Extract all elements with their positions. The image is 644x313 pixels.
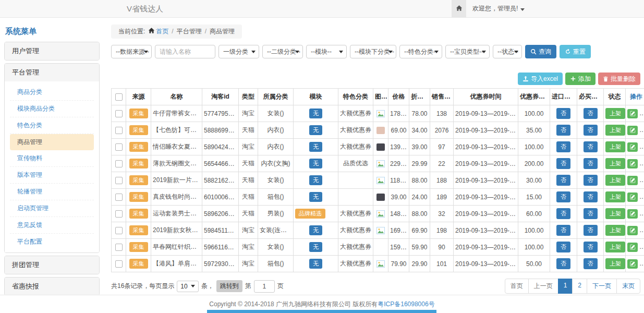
row-checkbox[interactable] — [115, 160, 123, 167]
must-buy-toggle[interactable]: 否 — [584, 258, 598, 269]
filter-select[interactable]: 一级分类 — [218, 45, 259, 58]
filter-select[interactable]: --特色分类-- — [399, 45, 442, 58]
filter-select[interactable]: --模块下分类-- — [350, 45, 396, 58]
row-checkbox[interactable] — [115, 110, 123, 117]
row-checkbox[interactable] — [115, 260, 123, 268]
sidebar-subitem[interactable]: 轮播管理 — [10, 184, 94, 200]
must-buy-toggle[interactable]: 否 — [584, 125, 598, 136]
import-select-toggle[interactable]: 否 — [556, 258, 570, 269]
edit-button[interactable] — [627, 226, 638, 235]
discount-price: 78.00 — [409, 105, 430, 122]
page-button[interactable]: 1 — [558, 279, 573, 294]
status-button[interactable]: 上架 — [605, 258, 625, 269]
column-header: 类型 — [239, 89, 258, 105]
filter-select[interactable]: --数据来源-- — [111, 45, 152, 58]
breadcrumb-home-link[interactable]: 首页 — [156, 28, 168, 35]
name-search-input[interactable] — [155, 45, 215, 58]
icp-link[interactable]: 粤ICP备16098006号 — [378, 300, 434, 309]
discount-price: 59.90 — [409, 239, 430, 256]
page-size-select[interactable]: 10 — [177, 281, 198, 292]
broken-image-icon — [376, 177, 385, 184]
sidebar-subitem[interactable]: 模块商品分类 — [10, 101, 94, 117]
sidebar-subitem[interactable]: 宣传物料 — [10, 150, 94, 167]
status-button[interactable]: 上架 — [605, 108, 625, 119]
must-buy-toggle[interactable]: 否 — [584, 191, 598, 202]
row-checkbox[interactable] — [115, 177, 123, 184]
import-select-toggle[interactable]: 否 — [556, 242, 570, 252]
must-buy-toggle[interactable]: 否 — [584, 225, 598, 236]
import-select-toggle[interactable]: 否 — [556, 141, 570, 152]
edit-button[interactable] — [627, 192, 638, 202]
status-button[interactable]: 上架 — [605, 125, 625, 136]
page-button[interactable]: 首页 — [505, 279, 529, 294]
add-button[interactable]: 添加 — [565, 73, 596, 85]
header-home-button[interactable] — [452, 0, 466, 17]
sidebar-subitem[interactable]: 商品管理 — [10, 134, 94, 150]
sidebar-item[interactable]: 平台管理 — [5, 64, 99, 81]
import-select-toggle[interactable]: 否 — [556, 191, 570, 202]
edit-button[interactable] — [627, 176, 638, 185]
status-button[interactable]: 上架 — [605, 175, 625, 186]
user-menu[interactable]: 欢迎您，管理员! — [472, 0, 525, 17]
edit-button[interactable] — [627, 109, 638, 118]
toolbar: 导入excel添加批量删除 — [111, 73, 640, 85]
must-buy-toggle[interactable]: 否 — [584, 158, 598, 169]
filter-select[interactable]: --状态-- — [493, 45, 522, 58]
page-number-input[interactable] — [254, 280, 275, 293]
must-buy-toggle[interactable]: 否 — [584, 242, 598, 252]
filter-select[interactable]: --宝贝类型-- — [445, 45, 490, 58]
edit-button[interactable] — [627, 126, 638, 135]
sidebar-subitem[interactable]: 特色分类 — [10, 117, 94, 134]
table-row: 采集牛仔背带裤女秋装减龄...577479560965淘宝女装()无大额优惠券1… — [112, 105, 644, 122]
page-button[interactable]: 下一页 — [587, 279, 617, 294]
row-checkbox[interactable] — [115, 227, 123, 234]
row-checkbox[interactable] — [115, 244, 123, 251]
status-button[interactable]: 上架 — [605, 141, 625, 152]
status-button[interactable]: 上架 — [605, 242, 625, 252]
must-buy-toggle[interactable]: 否 — [584, 108, 598, 119]
select-all-checkbox[interactable] — [115, 93, 123, 101]
must-buy-toggle[interactable]: 否 — [584, 141, 598, 152]
status-button[interactable]: 上架 — [605, 208, 625, 219]
row-checkbox[interactable] — [115, 127, 123, 134]
sidebar-item[interactable]: 省惠快报 — [5, 278, 99, 295]
import-select-toggle[interactable]: 否 — [556, 208, 570, 219]
page-button[interactable]: 上一页 — [528, 279, 558, 294]
must-buy-toggle[interactable]: 否 — [584, 208, 598, 219]
search-button[interactable]: 查询 — [525, 45, 556, 58]
filter-select[interactable]: --二级分类-- — [262, 45, 303, 58]
edit-button[interactable] — [627, 159, 638, 168]
page-button[interactable]: 末页 — [616, 279, 640, 294]
import-excel-button[interactable]: 导入excel — [518, 73, 563, 85]
coupon-amount: 30.00 — [518, 172, 550, 189]
sidebar-subitem[interactable]: 意见反馈 — [10, 217, 94, 234]
import-select-toggle[interactable]: 否 — [556, 108, 570, 119]
row-checkbox[interactable] — [115, 143, 123, 151]
jump-button[interactable]: 跳转到 — [216, 280, 242, 292]
status-button[interactable]: 上架 — [605, 158, 625, 169]
sidebar-subitem[interactable]: 平台配置 — [10, 234, 94, 250]
edit-button[interactable] — [627, 209, 638, 219]
sidebar-subitem[interactable]: 商品分类 — [10, 84, 94, 101]
edit-button[interactable] — [627, 243, 638, 252]
batch-delete-button[interactable]: 批量删除 — [598, 73, 640, 85]
must-buy-toggle[interactable]: 否 — [584, 175, 598, 186]
import-select-toggle[interactable]: 否 — [556, 158, 570, 169]
breadcrumb-prefix: 当前位置: — [118, 28, 145, 35]
import-select-toggle[interactable]: 否 — [556, 175, 570, 186]
row-checkbox[interactable] — [115, 210, 123, 218]
filter-select[interactable]: --模块-- — [306, 45, 347, 58]
import-select-toggle[interactable]: 否 — [556, 125, 570, 136]
status-button[interactable]: 上架 — [605, 191, 625, 202]
sidebar-item[interactable]: 拼团管理 — [5, 256, 99, 274]
status-button[interactable]: 上架 — [605, 225, 625, 236]
page-button[interactable]: 2 — [572, 279, 587, 294]
row-checkbox[interactable] — [115, 194, 123, 201]
sidebar-subitem[interactable]: 版本管理 — [10, 167, 94, 184]
import-select-toggle[interactable]: 否 — [556, 225, 570, 236]
reset-button[interactable]: 重置 — [560, 45, 591, 58]
sidebar-item[interactable]: 用户管理 — [5, 42, 99, 60]
edit-button[interactable] — [627, 142, 638, 152]
sidebar-subitem[interactable]: 启动页管理 — [10, 200, 94, 217]
edit-button[interactable] — [627, 259, 638, 269]
